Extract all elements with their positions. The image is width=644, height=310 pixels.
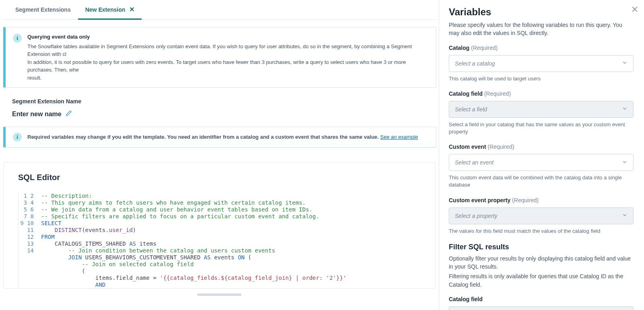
code-text: ) [133, 227, 136, 233]
filter-sql-results-title: Filter SQL results [449, 243, 634, 251]
code-number: 2 [329, 275, 332, 281]
name-value: Enter new name [12, 111, 62, 118]
info-icon: i [13, 34, 22, 43]
code-comment: -- Description: [41, 193, 92, 199]
field-filter-catalog-field: Catalog field Select a field to filter [449, 296, 634, 310]
code-keyword: JOIN [68, 254, 82, 261]
filter-catalog-field-select[interactable]: Select a field to filter [449, 306, 634, 310]
field-custom-event-property: Custom event property (Required) Select … [449, 197, 634, 235]
info-banner-query-event-data: i Querying event data only The Snowflake… [3, 27, 436, 88]
code-keyword: AS [129, 240, 136, 247]
name-row: Enter new name [12, 110, 427, 118]
filter-description: Optionally filter your results by only d… [449, 255, 634, 271]
close-panel-button[interactable] [631, 6, 638, 14]
edit-name-button[interactable] [66, 110, 72, 118]
code-text: (events. [82, 227, 109, 233]
code-comment: -- Join condition between the catalog an… [68, 247, 275, 254]
code-keyword: ON [238, 254, 245, 261]
code-text [41, 261, 82, 267]
custom-event-select[interactable]: Select an event [449, 154, 634, 171]
info-line: result. [27, 74, 429, 82]
code-comment: -- This query aims to fetch users who ha… [41, 199, 305, 206]
code-text: items [136, 240, 157, 247]
chevron-down-icon [622, 60, 627, 67]
close-icon[interactable]: ✕ [129, 6, 134, 13]
required-indicator: (Required) [484, 90, 511, 97]
field-label-text: Catalog [449, 45, 469, 51]
field-label: Catalog field (Required) [449, 90, 634, 97]
code-comment: -- We join data from a catalog and user … [41, 206, 312, 213]
info-line: The Snowflake tables available in Segmen… [27, 43, 429, 58]
field-label-text: Custom event [449, 144, 486, 150]
code-keyword: AND [95, 281, 105, 288]
info-banner-required-variables: i Required variables may change if you e… [3, 127, 436, 148]
code-text [41, 247, 68, 254]
segment-extension-name-section: Segment Extension Name Enter new name [2, 95, 436, 119]
sql-gutter: 1 2 3 4 5 6 7 8 9 10 11 12 13 14 [19, 192, 41, 288]
info-body: Querying event data only The Snowflake t… [27, 33, 429, 82]
required-indicator: (Required) [471, 45, 497, 51]
select-placeholder: Select a property [455, 213, 497, 219]
code-text: CATALOGS_ITEMS_SHARED [41, 240, 129, 247]
code-text: items.field_name = [41, 275, 160, 281]
tab-label: Segment Extensions [15, 6, 71, 13]
field-label: Custom event property (Required) [449, 197, 634, 203]
sql-editor[interactable]: 1 2 3 4 5 6 7 8 9 10 11 12 13 14 -- Desc… [18, 192, 421, 288]
close-icon [631, 6, 638, 13]
code-text: events [211, 254, 237, 261]
code-ident: user_id [109, 227, 133, 233]
required-indicator: (Required) [487, 144, 514, 150]
field-hint: This catalog will be used to target user… [449, 75, 634, 82]
chevron-down-icon [622, 212, 627, 219]
code-keyword: AS [204, 254, 211, 261]
panel-description: Please specify values for the following … [449, 21, 634, 37]
info-text: Required variables may change if you edi… [27, 134, 380, 140]
info-title: Querying event data only [27, 33, 429, 41]
code-text [41, 254, 68, 261]
code-comment: -- Specific filters are applied to focus… [41, 213, 319, 220]
code-text: ( [41, 268, 85, 274]
field-hint: The values for this field must match the… [449, 228, 634, 235]
info-body: Required variables may change if you edi… [27, 133, 418, 141]
code-text: ( [245, 254, 252, 261]
see-example-link[interactable]: See an example [380, 134, 418, 140]
code-text [41, 281, 95, 288]
sql-code[interactable]: -- Description: -- This query aims to fe… [41, 192, 421, 288]
catalog-select[interactable]: Select a catalog [449, 55, 634, 72]
field-hint: Select a field in your catalog that has … [449, 121, 634, 135]
code-comment: -- Join on selected catalog field [82, 261, 194, 267]
main-panel: Segment Extensions New Extension ✕ i Que… [0, 0, 439, 310]
tab-segment-extensions[interactable]: Segment Extensions [8, 0, 78, 20]
sql-editor-card: SQL Editor 1 2 3 4 5 6 7 8 9 10 11 12 13… [3, 162, 436, 289]
code-string: '}}' [333, 275, 347, 281]
field-label-text: Catalog field [449, 90, 483, 97]
field-catalog-field: Catalog field (Required) Select a field … [449, 90, 634, 135]
field-label: Catalog field [449, 296, 634, 302]
panel-title: Variables [449, 6, 634, 18]
field-catalog: Catalog (Required) Select a catalog This… [449, 45, 634, 82]
tab-label: New Extension [85, 6, 126, 13]
select-placeholder: Select an event [455, 159, 494, 166]
code-keyword: SELECT [41, 220, 62, 226]
variables-panel: Variables Please specify values for the … [439, 0, 644, 310]
select-placeholder: Select a field [455, 106, 487, 113]
info-line: In addition, it is not possible to query… [27, 58, 429, 74]
catalog-field-select[interactable]: Select a field [449, 101, 634, 118]
resize-handle[interactable] [197, 294, 242, 296]
name-label: Segment Extension Name [12, 98, 427, 105]
code-string: '{{catalog_fields.${catalog_field_join} … [160, 275, 329, 281]
custom-event-property-select[interactable]: Select a property [449, 207, 634, 224]
field-label-text: Custom event property [449, 197, 510, 203]
field-custom-event: Custom event (Required) Select an event … [449, 144, 634, 189]
required-indicator: (Required) [512, 197, 539, 203]
code-func: DISTINCT [55, 227, 82, 233]
filter-description: Filtering results is only available for … [449, 272, 634, 289]
code-keyword: FROM [41, 234, 55, 240]
select-placeholder: Select a catalog [455, 60, 495, 67]
chevron-down-icon [622, 159, 627, 166]
tab-new-extension[interactable]: New Extension ✕ [78, 0, 142, 20]
info-icon: i [13, 133, 22, 142]
sql-editor-title: SQL Editor [18, 173, 421, 182]
code-text [41, 227, 55, 233]
tab-bar: Segment Extensions New Extension ✕ [2, 0, 436, 20]
